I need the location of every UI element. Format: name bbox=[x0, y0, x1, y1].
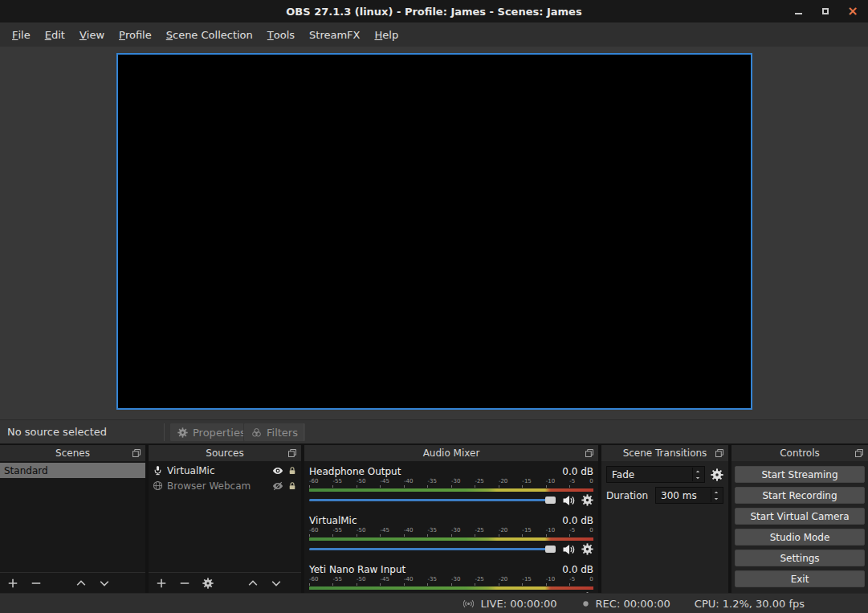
scenes-dock: Scenes Standard bbox=[0, 445, 145, 593]
triangle-up-icon bbox=[713, 490, 719, 495]
maximize-button[interactable] bbox=[818, 4, 833, 18]
scene-transitions-dock-header[interactable]: Scene Transitions bbox=[601, 445, 728, 461]
menu-tools[interactable]: Tools bbox=[260, 22, 302, 47]
dock-float-icon[interactable] bbox=[854, 448, 864, 458]
minimize-button[interactable] bbox=[791, 4, 805, 18]
scene-name: Standard bbox=[4, 465, 141, 476]
combo-arrows[interactable] bbox=[692, 468, 703, 481]
lock-icon[interactable] bbox=[287, 481, 297, 491]
sources-dock-title: Sources bbox=[206, 447, 243, 459]
exit-button[interactable]: Exit bbox=[735, 570, 865, 587]
scale-tick-label: -5 bbox=[569, 527, 575, 533]
filter-icon bbox=[251, 427, 262, 438]
volume-slider[interactable] bbox=[309, 494, 556, 506]
volume-slider-handle[interactable] bbox=[545, 497, 556, 504]
remove-scene-button[interactable] bbox=[31, 578, 42, 589]
speaker-icon[interactable] bbox=[562, 494, 575, 507]
gear-icon bbox=[711, 468, 723, 481]
scene-down-button[interactable] bbox=[99, 578, 110, 589]
scale-tick-label: -15 bbox=[522, 527, 531, 533]
scale-tick-label: 0 bbox=[589, 478, 593, 484]
scale-tick-label: -55 bbox=[332, 527, 341, 533]
speaker-icon[interactable] bbox=[562, 543, 575, 556]
mixer-channel-yeti-nano: Yeti Nano Raw Input 0.0 dB -60-55-50-45-… bbox=[309, 562, 593, 593]
scene-item-standard[interactable]: Standard bbox=[0, 463, 145, 478]
scene-transitions-body: Fade Duration 300 ms bbox=[601, 461, 728, 593]
start-recording-button[interactable]: Start Recording bbox=[735, 487, 865, 504]
source-up-button[interactable] bbox=[247, 578, 259, 589]
volume-slider-handle[interactable] bbox=[545, 546, 556, 553]
menu-profile[interactable]: Profile bbox=[112, 22, 159, 47]
properties-button[interactable]: Properties bbox=[169, 423, 254, 442]
scene-up-button[interactable] bbox=[75, 578, 87, 589]
properties-label: Properties bbox=[193, 427, 246, 439]
dock-area: Scenes Standard Sources bbox=[0, 443, 868, 593]
scale-tick-label: -55 bbox=[332, 478, 341, 484]
maximize-icon bbox=[822, 8, 829, 14]
menu-edit[interactable]: Edit bbox=[38, 22, 72, 47]
scale-tick-label: -20 bbox=[499, 576, 507, 582]
visibility-eye-icon[interactable] bbox=[272, 465, 283, 476]
dock-float-icon[interactable] bbox=[132, 448, 141, 458]
spinbox-arrows[interactable] bbox=[711, 488, 721, 502]
scale-tick-label: -50 bbox=[357, 478, 365, 484]
source-properties-button[interactable] bbox=[202, 578, 214, 589]
menu-view[interactable]: View bbox=[72, 22, 112, 47]
visibility-eye-slash-icon[interactable] bbox=[272, 480, 283, 492]
dock-float-icon[interactable] bbox=[287, 448, 297, 458]
source-item-browser-webcam[interactable]: Browser Webcam bbox=[149, 478, 301, 493]
audio-mixer-dock-header[interactable]: Audio Mixer bbox=[304, 445, 598, 461]
settings-button[interactable]: Settings bbox=[735, 550, 865, 566]
source-toolbar: No source selected Properties Filters bbox=[0, 419, 868, 443]
lock-icon[interactable] bbox=[287, 466, 297, 476]
remove-source-button[interactable] bbox=[179, 578, 190, 589]
record-dot-icon bbox=[581, 599, 590, 608]
close-button[interactable]: × bbox=[846, 4, 860, 18]
controls-dock-header[interactable]: Controls bbox=[731, 445, 868, 461]
scale-tick-label: -35 bbox=[427, 527, 436, 533]
menu-help[interactable]: Help bbox=[367, 22, 405, 47]
source-item-virtualmic[interactable]: VirtualMic bbox=[149, 463, 301, 478]
preview-canvas[interactable] bbox=[116, 53, 752, 410]
rec-status: REC: 00:00:00 bbox=[581, 598, 670, 610]
scene-transitions-dock: Scene Transitions Fade bbox=[601, 445, 728, 593]
transition-properties-button[interactable] bbox=[711, 468, 723, 481]
sources-dock-header[interactable]: Sources bbox=[149, 445, 301, 461]
gear-icon[interactable] bbox=[581, 543, 593, 555]
chevron-down-icon bbox=[99, 578, 110, 589]
channel-name: VirtualMic bbox=[309, 515, 357, 526]
start-streaming-button[interactable]: Start Streaming bbox=[735, 466, 865, 483]
sources-toolbar bbox=[149, 572, 301, 593]
plus-icon bbox=[156, 578, 167, 589]
menu-streamfx[interactable]: StreamFX bbox=[302, 22, 367, 47]
add-scene-button[interactable] bbox=[7, 578, 18, 589]
add-source-button[interactable] bbox=[156, 578, 167, 589]
broadcast-icon bbox=[463, 598, 475, 610]
studio-mode-button[interactable]: Studio Mode bbox=[735, 529, 865, 546]
menu-file[interactable]: File bbox=[5, 22, 38, 47]
start-virtual-camera-button[interactable]: Start Virtual Camera bbox=[735, 508, 865, 525]
scenes-dock-header[interactable]: Scenes bbox=[0, 445, 145, 461]
controls-body: Start Streaming Start Recording Start Vi… bbox=[731, 461, 868, 593]
menu-scene-collection[interactable]: Scene Collection bbox=[159, 22, 260, 47]
scale-tick-label: -10 bbox=[546, 478, 555, 484]
dock-float-icon[interactable] bbox=[715, 448, 724, 458]
dock-float-icon[interactable] bbox=[585, 448, 594, 458]
scale-tick-label: -10 bbox=[546, 576, 555, 582]
gear-icon[interactable] bbox=[581, 494, 593, 506]
duration-input[interactable]: 300 ms bbox=[655, 487, 723, 504]
source-down-button[interactable] bbox=[271, 578, 282, 589]
channel-level: 0.0 dB bbox=[562, 466, 593, 477]
rec-time: REC: 00:00:00 bbox=[596, 598, 670, 610]
filters-button[interactable]: Filters bbox=[243, 423, 306, 442]
titlebar[interactable]: OBS 27.1.3 (linux) - Profile: James - Sc… bbox=[0, 0, 868, 22]
volume-slider[interactable] bbox=[309, 543, 556, 555]
scale-tick-label: -45 bbox=[380, 576, 389, 582]
scale-tick-label: -55 bbox=[332, 576, 341, 582]
plus-icon bbox=[7, 578, 18, 589]
scale-tick-label: -15 bbox=[522, 478, 531, 484]
scale-tick-label: -20 bbox=[499, 478, 507, 484]
no-source-label: No source selected bbox=[7, 426, 107, 438]
scale-tick-label: -45 bbox=[380, 527, 389, 533]
transition-select[interactable]: Fade bbox=[606, 466, 705, 483]
